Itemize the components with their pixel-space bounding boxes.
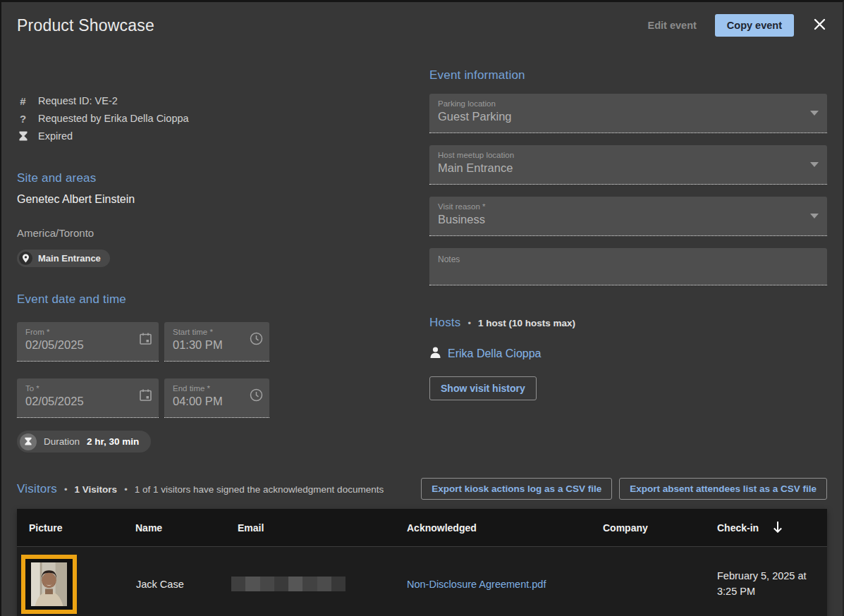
visitors-header: Visitors • 1 Visitors • 1 of 1 visitors … — [17, 478, 827, 500]
bullet-separator: • — [124, 484, 128, 495]
from-date-value: 02/05/2025 — [25, 338, 152, 352]
hourglass-icon — [20, 433, 37, 450]
end-time-field[interactable]: End time * 04:00 PM — [164, 378, 269, 418]
chevron-down-icon — [810, 162, 819, 167]
host-name-link[interactable]: Erika Della Cioppa — [448, 347, 542, 360]
hosts-heading: Hosts — [429, 316, 460, 330]
parking-location-value: Guest Parking — [438, 110, 820, 123]
column-header-acknowledged[interactable]: Acknowledged — [395, 522, 591, 534]
chevron-down-icon — [810, 111, 819, 116]
column-header-checkin[interactable]: Check-in — [705, 521, 827, 535]
close-icon — [812, 17, 827, 34]
start-time-field[interactable]: Start time * 01:30 PM — [164, 322, 269, 362]
hosts-header: Hosts • 1 host (10 hosts max) — [429, 316, 827, 330]
table-row[interactable]: Jack Case Non-Disclosure Agreement.pdf F… — [17, 547, 827, 616]
visitors-signed-text: 1 of 1 visitors have signed the acknowle… — [135, 484, 384, 495]
visitor-photo[interactable] — [21, 555, 77, 614]
sort-descending-icon[interactable] — [773, 521, 783, 535]
requested-by-text: Requested by Erika Della Cioppa — [38, 113, 189, 124]
hash-icon: # — [17, 95, 29, 107]
bullet-separator: • — [467, 318, 471, 328]
chevron-down-icon — [810, 214, 819, 218]
timezone-text: America/Toronto — [17, 227, 412, 239]
visitor-checkin-time: February 5, 2025 at 3:25 PM — [705, 569, 812, 598]
event-info-heading: Event information — [429, 68, 827, 82]
host-meetup-value: Main Entrance — [438, 161, 820, 175]
question-icon: ? — [17, 113, 29, 125]
host-meetup-select[interactable]: Host meetup location Main Entrance — [429, 145, 827, 185]
acknowledged-document-link[interactable]: Non-Disclosure Agreement.pdf — [395, 579, 546, 590]
site-areas-heading: Site and areas — [17, 171, 412, 185]
copy-event-button[interactable]: Copy event — [715, 14, 794, 37]
hourglass-icon — [17, 131, 29, 142]
location-pin-icon — [19, 252, 32, 265]
visitor-name: Jack Case — [123, 579, 184, 590]
to-date-value: 02/05/2025 — [25, 395, 152, 408]
page-title: Product Showcase — [17, 16, 154, 35]
to-date-label: To * — [25, 384, 152, 393]
visit-reason-label: Visit reason * — [438, 202, 820, 211]
end-time-label: End time * — [173, 384, 262, 393]
calendar-icon — [139, 388, 152, 405]
notes-textarea[interactable] — [429, 248, 827, 285]
request-meta: # Request ID: VE-2 ? Requested by Erika … — [17, 92, 412, 144]
parking-location-label: Parking location — [438, 99, 820, 108]
event-details-dialog: Product Showcase Edit event Copy event #… — [1, 2, 843, 616]
status-row: Expired — [17, 128, 412, 144]
visit-reason-select[interactable]: Visit reason * Business — [429, 197, 827, 236]
area-tag: Main Entrance — [17, 250, 110, 267]
visitors-heading: Visitors — [17, 482, 57, 496]
area-tag-label: Main Entrance — [38, 253, 101, 264]
request-id-text: Request ID: VE-2 — [38, 95, 118, 106]
column-header-name[interactable]: Name — [123, 522, 226, 534]
checkin-header-label: Check-in — [717, 522, 759, 534]
dialog-header: Product Showcase Edit event Copy event — [17, 11, 827, 40]
email-redacted — [231, 577, 345, 591]
status-badge: Expired — [38, 130, 73, 142]
visitors-count: 1 Visitors — [75, 484, 118, 495]
visitors-table: Picture Name Email Acknowledged Company … — [17, 509, 827, 616]
edit-event-button[interactable]: Edit event — [648, 20, 697, 31]
to-date-field[interactable]: To * 02/05/2025 — [17, 378, 159, 418]
clock-icon — [250, 332, 263, 348]
hosts-count: 1 host (10 hosts max) — [478, 318, 575, 328]
host-meetup-label: Host meetup location — [438, 151, 820, 159]
event-datetime-heading: Event date and time — [17, 292, 412, 307]
column-header-email[interactable]: Email — [226, 522, 395, 534]
bullet-separator: • — [64, 484, 68, 495]
from-date-field[interactable]: From * 02/05/2025 — [17, 322, 159, 362]
column-header-company[interactable]: Company — [591, 522, 705, 534]
duration-value: 2 hr, 30 min — [87, 436, 139, 447]
table-header: Picture Name Email Acknowledged Company … — [17, 509, 827, 547]
clock-icon — [250, 388, 263, 405]
start-time-label: Start time * — [173, 328, 262, 336]
requested-by-row: ? Requested by Erika Della Cioppa — [17, 110, 412, 127]
calendar-icon — [139, 332, 152, 348]
host-item: Erika Della Cioppa — [429, 346, 827, 361]
show-visit-history-button[interactable]: Show visit history — [429, 376, 537, 400]
site-name: Genetec Albert Einstein — [17, 193, 412, 206]
from-date-label: From * — [25, 328, 152, 336]
duration-badge: Duration 2 hr, 30 min — [17, 431, 151, 452]
visitor-portrait-image — [31, 562, 67, 606]
person-icon — [429, 346, 441, 361]
column-header-picture[interactable]: Picture — [17, 522, 123, 534]
export-kiosk-log-button[interactable]: Export kiosk actions log as a CSV file — [421, 478, 612, 500]
export-absent-list-button[interactable]: Export absent attendees list as a CSV fi… — [619, 478, 827, 500]
start-time-value: 01:30 PM — [173, 338, 262, 352]
parking-location-select[interactable]: Parking location Guest Parking — [429, 94, 827, 133]
visit-reason-value: Business — [438, 213, 820, 226]
duration-label: Duration — [44, 436, 80, 447]
request-id-row: # Request ID: VE-2 — [17, 92, 412, 109]
end-time-value: 04:00 PM — [173, 395, 262, 408]
close-button[interactable] — [812, 17, 827, 34]
